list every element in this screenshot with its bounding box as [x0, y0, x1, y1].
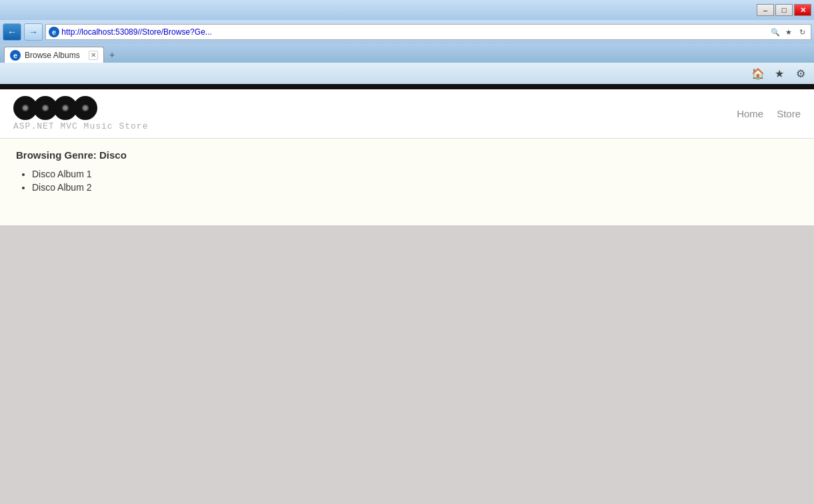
tab-close-button[interactable]: ✕ — [89, 51, 98, 60]
list-item: Disco Album 2 — [32, 182, 798, 193]
site-title: ASP.NET MVC Music Store — [13, 121, 148, 131]
search-address-button[interactable]: 🔍 — [769, 26, 781, 38]
disc-inner-2 — [42, 105, 49, 111]
address-bar[interactable]: e http://localhost:53089//Store/Browse?G… — [45, 24, 811, 40]
nav-link-store[interactable]: Store — [777, 108, 801, 119]
favorites-address-button[interactable]: ★ — [783, 26, 795, 38]
forward-button[interactable]: → — [24, 23, 43, 41]
new-tab-button[interactable]: + — [104, 47, 120, 63]
browser-window: – □ ✕ ← → e http://localhost:53089//Stor… — [0, 0, 814, 504]
back-button[interactable]: ← — [3, 23, 21, 41]
tab-ie-icon: e — [10, 50, 21, 61]
black-bar — [0, 84, 814, 89]
disc-inner-1 — [22, 105, 29, 111]
active-tab[interactable]: e Browse Albums ✕ — [4, 47, 104, 63]
toolbar-bar: 🏠 ★ ⚙ — [0, 63, 814, 84]
home-toolbar-button[interactable]: 🏠 — [750, 65, 766, 81]
browsing-genre-title: Browsing Genre: Disco — [16, 149, 798, 161]
address-text: http://localhost:53089//Store/Browse?Ge.… — [61, 27, 769, 37]
site-nav: Home Store — [737, 108, 801, 119]
page-footer — [0, 225, 814, 504]
nav-bar: ← → e http://localhost:53089//Store/Brow… — [0, 20, 814, 44]
favorites-toolbar-button[interactable]: ★ — [771, 65, 787, 81]
site-logo-area: ASP.NET MVC Music Store — [13, 96, 148, 131]
refresh-address-button[interactable]: ↻ — [796, 26, 808, 38]
title-bar-controls: – □ ✕ — [757, 4, 811, 16]
address-right-icons: 🔍 ★ ↻ — [769, 26, 808, 38]
album-link-2[interactable]: Disco Album 2 — [32, 182, 91, 193]
title-bar: – □ ✕ — [0, 0, 814, 20]
tabs-bar: e Browse Albums ✕ + — [0, 44, 814, 63]
logo-discs — [13, 96, 148, 120]
settings-toolbar-button[interactable]: ⚙ — [793, 65, 809, 81]
minimize-button[interactable]: – — [757, 4, 774, 16]
ie-logo-icon: e — [49, 27, 59, 37]
disc-inner-4 — [82, 105, 89, 111]
disc-4 — [73, 96, 97, 120]
nav-link-home[interactable]: Home — [737, 108, 763, 119]
tab-label: Browse Albums — [25, 51, 80, 60]
restore-button[interactable]: □ — [775, 4, 793, 16]
list-item: Disco Album 1 — [32, 169, 798, 179]
close-button[interactable]: ✕ — [794, 4, 811, 16]
site-header: ASP.NET MVC Music Store Home Store — [0, 89, 814, 139]
album-link-1[interactable]: Disco Album 1 — [32, 169, 91, 179]
album-list: Disco Album 1 Disco Album 2 — [32, 169, 798, 193]
content-area: Browsing Genre: Disco Disco Album 1 Disc… — [0, 139, 814, 225]
disc-inner-3 — [62, 105, 69, 111]
